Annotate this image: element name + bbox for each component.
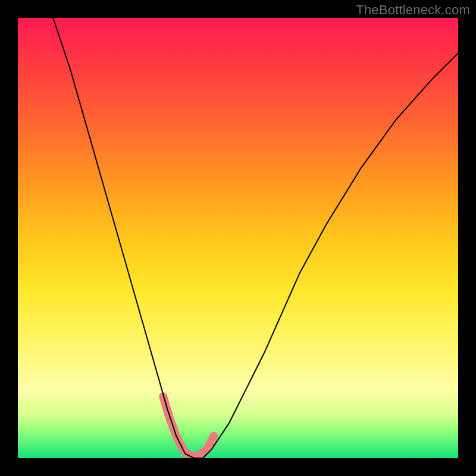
chart-frame: TheBottleneck.com xyxy=(0,0,476,476)
bottleneck-curve xyxy=(53,18,458,458)
watermark-text: TheBottleneck.com xyxy=(356,2,470,18)
curves-svg xyxy=(18,18,458,458)
plot-area xyxy=(18,18,458,458)
highlight-segment xyxy=(163,396,214,456)
